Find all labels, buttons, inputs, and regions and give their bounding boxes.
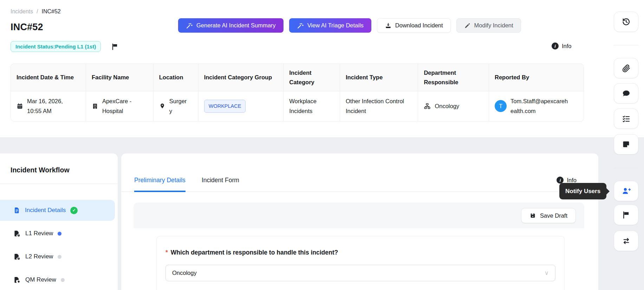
department-value: Oncology — [435, 101, 459, 111]
column-header: Incident Type — [340, 64, 418, 91]
avatar: T — [495, 100, 507, 112]
incident-status-badge: Incident Status:Pending L1 (1st) — [11, 41, 101, 52]
workflow-item-label: L1 Review — [25, 230, 53, 237]
chevron-down-icon: ∨ — [545, 269, 549, 277]
reporter-email: Tom.Staff@apexcarehealth.com — [510, 96, 571, 116]
info-icon: i — [557, 177, 564, 184]
workflow-item-l1-review[interactable]: ? L1 Review — [0, 225, 118, 242]
column-header: Incident Category Group — [198, 64, 284, 91]
notes-button[interactable] — [614, 134, 638, 154]
history-button[interactable] — [614, 12, 638, 32]
department-responsible-cell: Oncology — [418, 91, 489, 121]
form-info-label: Info — [567, 177, 577, 184]
question-card: * Which department is responsible to han… — [156, 236, 565, 290]
workflow-item-l2-review[interactable]: ? L2 Review — [0, 248, 118, 265]
info-icon: i — [552, 42, 559, 50]
modify-incident-label: Modify Incident — [474, 22, 513, 29]
toolbar-divider — [614, 168, 638, 168]
incident-category-group-cell: WORKPLACE — [198, 91, 284, 121]
calendar-icon — [17, 103, 23, 110]
facility-name-cell: ApexCare - Hospital — [86, 91, 153, 121]
view-ai-triage-button[interactable]: View AI Triage Details — [289, 18, 371, 33]
workflow-item-qm-review[interactable]: QM Review — [0, 271, 118, 288]
save-draft-button[interactable]: Save Draft — [521, 208, 576, 223]
status-row: Incident Status:Pending L1 (1st) — [11, 41, 119, 52]
page-title: INC#52 — [11, 22, 43, 33]
status-dot — [58, 255, 61, 259]
note-icon — [622, 140, 630, 149]
column-header: Facility Name — [86, 64, 153, 91]
department-select-value: Oncology — [172, 270, 197, 276]
table-header-row: Incident Date & Time Facility Name Locat… — [11, 64, 584, 91]
section-gap — [0, 137, 644, 153]
attachments-button[interactable] — [614, 58, 638, 78]
file-question-icon: ? — [13, 230, 21, 237]
building-icon — [92, 103, 98, 110]
transfer-button[interactable] — [614, 231, 638, 251]
file-shield-icon — [13, 276, 21, 284]
column-header: Location — [153, 64, 198, 91]
breadcrumb: Incidents / INC#52 — [11, 8, 61, 15]
incident-category-cell: Workplace Incidents — [283, 91, 340, 121]
tab-preliminary-details[interactable]: Preliminary Details — [134, 177, 186, 192]
incident-detail-panel: Preliminary Details Incident Form i Info… — [121, 153, 598, 290]
download-incident-label: Download Incident — [395, 22, 443, 29]
paperclip-icon — [622, 64, 631, 73]
breadcrumb-incidents-link[interactable]: Incidents — [11, 8, 33, 15]
table-row: Mar 16, 2026, 10:55 AM ApexCare - Hospit… — [11, 91, 584, 121]
incident-workflow-panel: Incident Workflow Incident Details ✓ ? L… — [0, 153, 118, 290]
pencil-icon — [464, 22, 471, 29]
workflow-item-incident-details[interactable]: Incident Details ✓ — [0, 200, 115, 221]
column-header: Department Responsible — [418, 64, 489, 91]
checklist-icon — [622, 114, 631, 123]
header-actions: Generate AI Incident Summary View AI Tri… — [178, 18, 521, 33]
incident-detail-page: Incidents / INC#52 INC#52 Generate AI In… — [0, 0, 644, 290]
workflow-list: Incident Details ✓ ? L1 Review ? L2 Revi… — [0, 184, 118, 288]
facility-name-value: ApexCare - Hospital — [102, 96, 142, 116]
flag-icon — [111, 43, 119, 51]
status-dot — [58, 232, 61, 236]
toolbar-divider — [614, 45, 638, 45]
required-marker: * — [165, 249, 168, 256]
breadcrumb-current: INC#52 — [42, 8, 61, 15]
tabs: Preliminary Details Incident Form — [121, 153, 598, 192]
flag-button[interactable] — [614, 205, 638, 225]
transfer-icon — [622, 237, 631, 245]
reported-by-cell: T Tom.Staff@apexcarehealth.com — [489, 91, 584, 121]
location-cell: Surgery — [153, 91, 198, 121]
download-incident-button[interactable]: Download Incident — [377, 18, 451, 33]
save-icon — [529, 212, 536, 219]
person-add-icon — [622, 186, 631, 196]
generate-ai-summary-label: Generate AI Incident Summary — [196, 22, 276, 29]
svg-text:?: ? — [18, 234, 19, 236]
header-info-button[interactable]: i Info — [552, 42, 572, 50]
chat-icon — [622, 89, 631, 98]
top-section: Incidents / INC#52 INC#52 Generate AI In… — [0, 0, 644, 137]
workflow-item-label: L2 Review — [25, 253, 53, 260]
status-dot — [61, 278, 65, 282]
history-icon — [622, 17, 631, 26]
generate-ai-summary-button[interactable]: Generate AI Incident Summary — [178, 18, 284, 33]
department-select[interactable]: Oncology ∨ — [165, 265, 555, 281]
tooltip-text: Notify Users — [565, 188, 600, 195]
tab-incident-form[interactable]: Incident Form — [202, 177, 239, 191]
form-toolbar: Save Draft — [134, 203, 584, 228]
flag-incident-button[interactable] — [111, 43, 119, 51]
bottom-section: Incident Workflow Incident Details ✓ ? L… — [0, 153, 644, 290]
form-info-button[interactable]: i Info — [557, 177, 577, 184]
checklist-button[interactable] — [614, 108, 638, 129]
column-header: Incident Date & Time — [11, 64, 86, 91]
notify-users-button[interactable] — [614, 181, 638, 201]
comments-button[interactable] — [614, 83, 638, 104]
column-header: Reported By — [489, 64, 584, 91]
incident-datetime-cell: Mar 16, 2026, 10:55 AM — [11, 91, 86, 121]
category-group-badge: WORKPLACE — [204, 100, 246, 113]
sitemap-icon — [424, 103, 431, 110]
modify-incident-button[interactable]: Modify Incident — [456, 18, 521, 33]
check-circle-icon: ✓ — [70, 207, 78, 214]
svg-text:?: ? — [18, 257, 19, 259]
notify-users-tooltip: Notify Users — [559, 183, 606, 199]
incident-datetime-value: Mar 16, 2026, 10:55 AM — [27, 96, 71, 116]
question-text: Which department is responsible to handl… — [171, 249, 338, 256]
workflow-item-label: Incident Details — [25, 207, 66, 214]
